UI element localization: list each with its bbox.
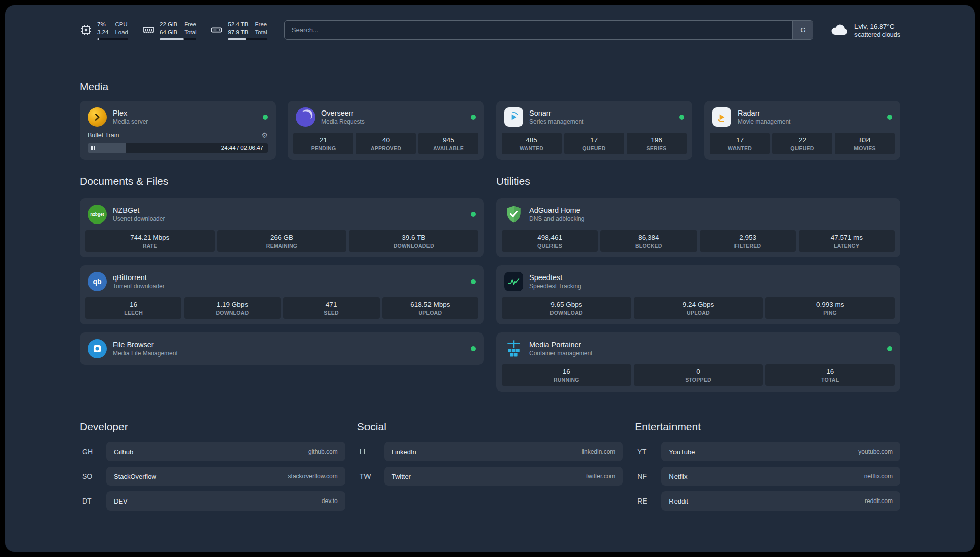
bookmark-reddit[interactable]: Reddit reddit.com (661, 491, 900, 511)
service-card-plex[interactable]: Plex Media server Bullet Train ⚙ 24:44 /… (80, 101, 276, 160)
bookmark-row: LI LinkedIn linkedin.com (357, 442, 623, 461)
bookmark-row: GH Github github.com (80, 442, 345, 461)
qbittorrent-icon: qb (88, 272, 107, 291)
overseerr-icon (296, 107, 315, 127)
topbar-divider (80, 52, 900, 52)
adguard-icon (504, 205, 523, 224)
bookmark-abbr: NF (635, 472, 661, 480)
stat-tile: 266 GB REMAINING (217, 230, 347, 252)
bookmark-github[interactable]: Github github.com (106, 442, 345, 461)
search-provider-button[interactable]: G (792, 21, 813, 39)
stat-tile: 618.52 Mbps UPLOAD (382, 297, 478, 319)
stat-tile: 945 AVAILABLE (418, 133, 478, 154)
service-name: Sonarr (529, 109, 583, 117)
sonarr-icon (504, 107, 523, 127)
weather-widget[interactable]: Lviv, 16.87°C scattered clouds (830, 22, 900, 39)
status-dot (471, 346, 476, 351)
status-dot (471, 212, 476, 217)
speedtest-icon (504, 272, 523, 291)
status-dot (263, 115, 268, 120)
disk-icon (210, 24, 223, 36)
service-name: qBittorrent (113, 273, 165, 282)
stat-tile: 47.571 ms LATENCY (799, 230, 895, 252)
service-card-overseerr[interactable]: Overseerr Media Requests 21 PENDING 40 A… (288, 101, 484, 160)
memory-progress-bar (160, 38, 196, 40)
service-card-adguard[interactable]: AdGuard Home DNS and adblocking 498,461 … (496, 198, 900, 257)
resource-widgets: 7% 3.24 CPU Load (80, 20, 267, 40)
stat-tile: 0.993 ms PING (765, 297, 895, 319)
stat-tile: 40 APPROVED (356, 133, 416, 154)
cpu-icon (80, 24, 92, 36)
stat-tile: 1.19 Gbps DOWNLOAD (184, 297, 280, 319)
filebrowser-icon (88, 339, 107, 358)
stat-tile: 2,953 FILTERED (700, 230, 796, 252)
section-title-documents: Documents & Files (80, 175, 484, 187)
service-card-sonarr[interactable]: Sonarr Series management 485 WANTED 17 Q… (496, 101, 692, 160)
bookmark-twitter[interactable]: Twitter twitter.com (384, 467, 623, 486)
memory-total-value: 64 GiB (160, 28, 177, 36)
service-desc: Speedtest Tracking (529, 283, 581, 290)
service-card-qbittorrent[interactable]: qb qBittorrent Torrent downloader 16 LEE… (80, 265, 484, 324)
bookmark-dev[interactable]: DEV dev.to (106, 491, 345, 511)
disk-total-label: Total (255, 28, 267, 36)
bookmark-stackoverflow[interactable]: StackOverflow stackoverflow.com (106, 467, 345, 486)
service-desc: Container management (529, 350, 592, 357)
service-name: AdGuard Home (529, 206, 584, 214)
playback-progress-bar[interactable]: 24:44 / 02:06:47 (88, 143, 268, 153)
resource-cpu: 7% 3.24 CPU Load (80, 20, 128, 40)
service-card-filebrowser[interactable]: File Browser Media File Management (80, 332, 484, 365)
bookmark-linkedin[interactable]: LinkedIn linkedin.com (384, 442, 623, 461)
stat-tile: 16 LEECH (85, 297, 181, 319)
stat-tile: 16 RUNNING (502, 364, 631, 386)
dashboard: 7% 3.24 CPU Load (5, 5, 975, 552)
portainer-icon (504, 339, 523, 358)
bookmark-row: TW Twitter twitter.com (357, 467, 623, 486)
bookmark-youtube[interactable]: YouTube youtube.com (661, 442, 900, 461)
gear-icon[interactable]: ⚙ (261, 131, 268, 139)
section-title-social: Social (357, 421, 623, 433)
bookmark-netflix[interactable]: Netflix netflix.com (661, 467, 900, 486)
stat-tile: 22 QUEUED (772, 133, 832, 154)
service-card-nzbget[interactable]: nzbget NZBGet Usenet downloader 744.21 M… (80, 198, 484, 257)
bookmark-abbr: LI (357, 448, 384, 456)
memory-total-label: Total (184, 28, 196, 36)
disk-progress-bar (228, 38, 267, 40)
section-title-entertainment: Entertainment (635, 421, 900, 433)
search-input[interactable] (285, 21, 792, 39)
bookmark-abbr: TW (357, 472, 384, 480)
service-desc: Torrent downloader (113, 283, 165, 290)
disk-total-value: 97.9 TB (228, 28, 248, 36)
cpu-value: 7% (97, 20, 108, 28)
pause-icon[interactable] (91, 146, 95, 150)
service-card-speedtest[interactable]: Speedtest Speedtest Tracking 9.65 Gbps D… (496, 265, 900, 324)
cloud-icon (830, 22, 848, 39)
service-card-portainer[interactable]: Media Portainer Container management 16 … (496, 332, 900, 392)
service-desc: Media File Management (113, 350, 178, 357)
bookmark-row: SO StackOverflow stackoverflow.com (80, 467, 345, 486)
service-name: NZBGet (113, 206, 165, 214)
nzbget-icon: nzbget (88, 205, 107, 224)
service-name: Speedtest (529, 273, 581, 282)
bookmark-group-developer: Developer GH Github github.com SO StackO… (80, 421, 345, 516)
bookmark-abbr: YT (635, 448, 661, 456)
stat-tile: 744.21 Mbps RATE (85, 230, 215, 252)
bookmark-group-social: Social LI LinkedIn linkedin.com TW Twitt… (357, 421, 623, 516)
service-name: Plex (113, 109, 148, 117)
memory-free-label: Free (184, 20, 196, 28)
stat-tile: 498,461 QUERIES (502, 230, 598, 252)
stat-tile: 21 PENDING (293, 133, 353, 154)
stat-tile: 9.65 Gbps DOWNLOAD (502, 297, 631, 319)
status-dot (471, 279, 476, 284)
plex-icon (88, 107, 107, 127)
radarr-icon (712, 107, 731, 127)
service-desc: DNS and adblocking (529, 215, 584, 222)
disk-free-label: Free (255, 20, 267, 28)
service-card-radarr[interactable]: Radarr Movie management 17 WANTED 22 QUE… (704, 101, 900, 160)
memory-icon (142, 24, 155, 36)
search-bar: G (284, 20, 813, 40)
top-bar: 7% 3.24 CPU Load (80, 5, 900, 40)
service-desc: Media Requests (321, 118, 365, 125)
service-desc: Series management (529, 118, 583, 125)
stat-tile: 39.6 TB DOWNLOADED (349, 230, 478, 252)
status-dot (471, 115, 476, 120)
